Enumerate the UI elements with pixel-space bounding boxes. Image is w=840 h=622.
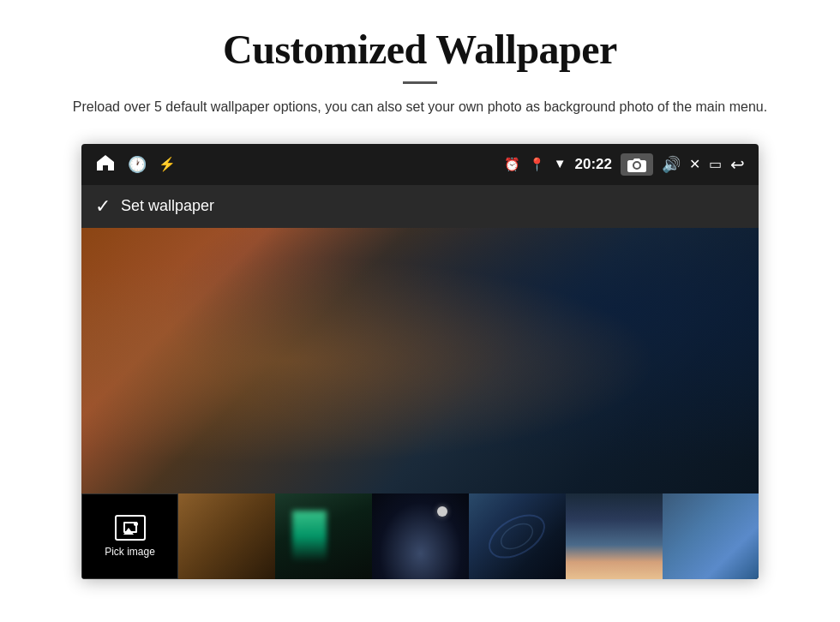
title-section: Customized Wallpaper Preload over 5 defa… [73,26,767,118]
alarm-icon: ⏰ [504,157,520,172]
back-icon[interactable]: ↩ [730,154,745,175]
close-icon[interactable]: ✕ [689,156,700,172]
wallpaper-thumb-2[interactable] [275,493,372,579]
wallpaper-thumb-6[interactable] [663,493,759,579]
action-bar: ✓ Set wallpaper [81,185,759,228]
page-subtitle: Preload over 5 default wallpaper options… [73,96,767,118]
location-icon: 📍 [529,157,545,172]
usb-icon: ⚡ [159,156,176,172]
thumbnail-strip: Pick image [81,493,759,579]
pick-image-label: Pick image [105,546,155,558]
status-time: 20:22 [575,156,612,173]
signal-icon: ▼ [554,157,567,171]
wallpaper-thumb-4[interactable] [469,493,566,579]
wallpaper-preview [81,228,759,493]
wallpaper-thumb-1[interactable] [178,493,275,579]
page-wrapper: Customized Wallpaper Preload over 5 defa… [0,0,840,622]
pick-image-icon [115,515,146,541]
page-title: Customized Wallpaper [73,26,767,73]
clock-icon: 🕐 [128,155,147,174]
wallpaper-thumb-3[interactable] [372,493,469,579]
window-icon[interactable]: ▭ [709,156,722,172]
home-icon[interactable] [95,153,116,176]
device-screen: 🕐 ⚡ ⏰ 📍 ▼ 20:22 🔊 [81,144,759,579]
pick-image-thumb[interactable]: Pick image [81,493,178,579]
volume-icon[interactable]: 🔊 [662,155,681,174]
wallpaper-thumb-5[interactable] [566,493,663,579]
status-bar: 🕐 ⚡ ⏰ 📍 ▼ 20:22 🔊 [81,144,759,185]
status-bar-right: ⏰ 📍 ▼ 20:22 🔊 ✕ ▭ [504,153,745,176]
svg-point-0 [483,506,552,566]
title-divider [403,81,437,84]
confirm-check-icon[interactable]: ✓ [95,195,111,218]
camera-icon[interactable] [621,153,653,176]
set-wallpaper-label: Set wallpaper [121,197,214,215]
status-bar-left: 🕐 ⚡ [95,153,176,176]
